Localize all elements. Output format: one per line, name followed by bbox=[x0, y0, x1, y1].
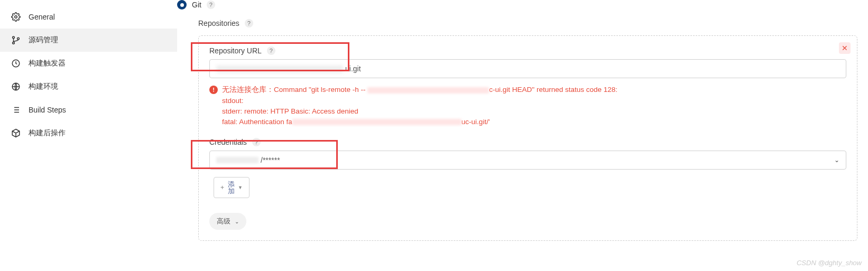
svg-point-2 bbox=[13, 42, 15, 44]
credentials-label-row: Credentials ? bbox=[209, 138, 846, 146]
sidebar-item-label: Build Steps bbox=[29, 106, 66, 114]
help-icon[interactable]: ? bbox=[267, 46, 275, 55]
watermark: CSDN @dghty_show bbox=[797, 259, 862, 267]
repositories-label: Repositories bbox=[198, 19, 239, 27]
repository-block: ✕ Repository URL ? ui.git ! 无法连接仓库：Comma… bbox=[198, 35, 857, 241]
package-icon bbox=[11, 128, 21, 138]
sidebar: General 源码管理 构建触发器 构建环境 Build Steps 构建后操… bbox=[0, 0, 177, 271]
chevron-down-icon: ⌄ bbox=[235, 219, 239, 225]
credentials-label: Credentials bbox=[209, 138, 247, 146]
repo-url-label-row: Repository URL ? bbox=[209, 46, 846, 55]
sidebar-item-label: 构建后操作 bbox=[29, 128, 66, 138]
help-icon[interactable]: ? bbox=[252, 138, 261, 146]
clock-icon bbox=[11, 58, 21, 69]
svg-point-0 bbox=[15, 16, 17, 18]
error-icon: ! bbox=[209, 86, 218, 94]
repo-url-input[interactable]: ui.git bbox=[209, 59, 846, 78]
svg-point-1 bbox=[13, 36, 15, 39]
sidebar-item-label: 构建环境 bbox=[29, 82, 58, 91]
scm-git-option[interactable]: Git ? bbox=[177, 0, 857, 10]
sidebar-item-triggers[interactable]: 构建触发器 bbox=[0, 52, 177, 75]
advanced-button[interactable]: 高级 ⌄ bbox=[209, 213, 246, 230]
globe-icon bbox=[11, 81, 21, 92]
branch-icon bbox=[11, 35, 21, 45]
help-icon[interactable]: ? bbox=[207, 1, 215, 9]
sidebar-item-scm[interactable]: 源码管理 bbox=[0, 29, 177, 52]
sidebar-item-post-build[interactable]: 构建后操作 bbox=[0, 122, 177, 145]
help-icon[interactable]: ? bbox=[245, 19, 253, 27]
repositories-header: Repositories ? bbox=[198, 19, 857, 27]
plus-icon: + bbox=[220, 184, 224, 191]
sidebar-item-label: 源码管理 bbox=[29, 35, 58, 45]
sidebar-item-label: 构建触发器 bbox=[29, 59, 66, 68]
chevron-down-icon: ▼ bbox=[238, 185, 243, 190]
credentials-select[interactable]: /****** ⌄ bbox=[209, 151, 846, 170]
sidebar-item-label: General bbox=[29, 13, 55, 21]
remove-repo-button[interactable]: ✕ bbox=[839, 42, 851, 54]
svg-point-3 bbox=[17, 38, 20, 40]
gear-icon bbox=[11, 12, 21, 22]
repo-url-label: Repository URL bbox=[209, 46, 262, 55]
sidebar-item-build-steps[interactable]: Build Steps bbox=[0, 98, 177, 122]
error-message: ! 无法连接仓库：Command "git ls-remote -h -- c-… bbox=[209, 85, 846, 127]
chevron-down-icon: ⌄ bbox=[834, 156, 839, 164]
scm-type-label: Git bbox=[192, 1, 201, 9]
sidebar-item-general[interactable]: General bbox=[0, 5, 177, 29]
main-content: Git ? Repositories ? ✕ Repository URL ? … bbox=[177, 0, 868, 271]
sidebar-item-environment[interactable]: 构建环境 bbox=[0, 75, 177, 98]
radio-selected-icon bbox=[177, 0, 187, 10]
list-icon bbox=[11, 105, 21, 115]
add-credentials-button[interactable]: + 添加 ▼ bbox=[214, 177, 250, 198]
